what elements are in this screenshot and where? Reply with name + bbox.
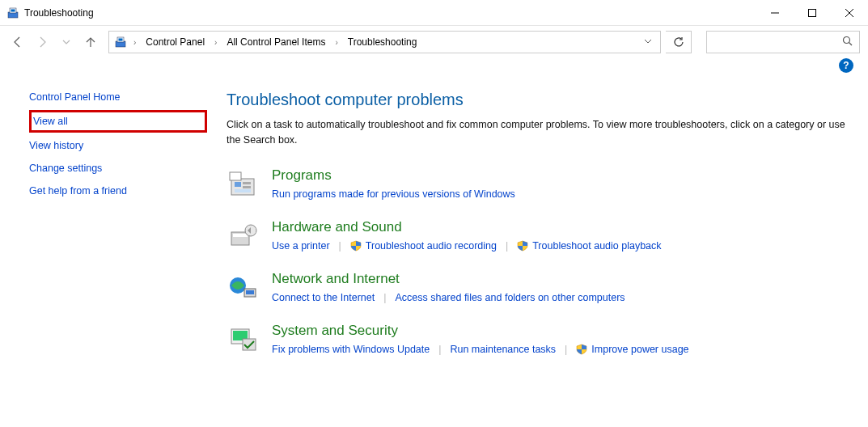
main-panel: Troubleshoot computer problems Click on … [207, 78, 846, 374]
shield-icon [576, 344, 587, 355]
help-row: ? [0, 58, 868, 78]
title-bar: Troubleshooting [0, 0, 868, 26]
category-title[interactable]: Network and Internet [272, 271, 846, 287]
breadcrumb-item[interactable]: Troubleshooting [345, 36, 421, 48]
nav-toolbar: › Control Panel › All Control Panel Item… [0, 26, 868, 58]
sidebar-get-help[interactable]: Get help from a friend [29, 180, 127, 202]
task-maintenance[interactable]: Run maintenance tasks [450, 344, 556, 355]
sidebar-view-history[interactable]: View history [29, 134, 83, 157]
hardware-icon [227, 219, 259, 252]
category-hardware: Hardware and Sound Use a printer | Troub… [227, 219, 846, 252]
help-icon[interactable]: ? [839, 58, 853, 73]
highlight-view-all: View all [29, 110, 207, 133]
svg-rect-4 [809, 9, 816, 16]
page-heading: Troubleshoot computer problems [227, 91, 846, 109]
chevron-right-icon: › [130, 38, 139, 47]
page-description: Click on a task to automatically trouble… [227, 117, 846, 148]
task-run-compat[interactable]: Run programs made for previous versions … [272, 188, 515, 200]
task-shared-files[interactable]: Access shared files and folders on other… [395, 292, 625, 303]
sidebar-cp-home[interactable]: Control Panel Home [29, 86, 121, 108]
svg-rect-18 [230, 172, 241, 180]
svg-line-12 [849, 43, 853, 46]
network-icon [227, 271, 259, 303]
search-icon[interactable] [842, 36, 853, 49]
task-sep: | [498, 240, 515, 252]
search-input[interactable] [713, 36, 842, 48]
window-title: Troubleshooting [24, 7, 756, 19]
category-title[interactable]: Hardware and Sound [272, 219, 846, 235]
svg-rect-14 [235, 182, 241, 187]
category-network: Network and Internet Connect to the Inte… [227, 271, 846, 303]
address-icon [114, 36, 127, 49]
shield-icon [517, 240, 528, 252]
category-system: System and Security Fix problems with Wi… [227, 323, 846, 355]
task-sep: | [557, 344, 574, 355]
svg-rect-20 [233, 234, 248, 237]
sidebar-view-all[interactable]: View all [33, 116, 68, 127]
sidebar-change-settings[interactable]: Change settings [29, 157, 102, 180]
breadcrumb-item[interactable]: All Control Panel Items [223, 36, 328, 48]
close-button[interactable] [831, 0, 868, 25]
up-button[interactable] [81, 32, 100, 52]
shield-icon [350, 240, 362, 252]
svg-rect-25 [246, 290, 254, 294]
chevron-right-icon: › [211, 38, 220, 47]
svg-rect-2 [11, 9, 15, 11]
task-sep: | [431, 344, 448, 355]
category-programs: Programs Run programs made for previous … [227, 167, 846, 200]
task-audio-playback[interactable]: Troubleshoot audio playback [532, 240, 661, 252]
svg-rect-16 [243, 186, 251, 188]
task-connect-internet[interactable]: Connect to the Internet [272, 292, 375, 303]
window-buttons [756, 0, 868, 25]
forward-button[interactable] [32, 32, 52, 52]
category-title[interactable]: Programs [272, 167, 846, 184]
task-use-printer[interactable]: Use a printer [272, 240, 330, 252]
content-area: Control Panel Home View all View history… [0, 78, 868, 374]
svg-rect-15 [243, 182, 251, 184]
task-sep: | [376, 292, 393, 303]
sidebar: Control Panel Home View all View history… [29, 78, 207, 374]
address-bar[interactable]: › Control Panel › All Control Panel Item… [108, 31, 661, 53]
task-sep: | [332, 240, 349, 252]
system-icon [227, 323, 259, 355]
category-title[interactable]: System and Security [272, 323, 846, 339]
svg-rect-17 [235, 189, 251, 192]
breadcrumb-item[interactable]: Control Panel [142, 36, 208, 48]
svg-rect-10 [119, 39, 123, 41]
app-icon [6, 6, 19, 19]
minimize-button[interactable] [756, 0, 794, 25]
refresh-button[interactable] [666, 31, 692, 53]
address-dropdown-icon[interactable] [641, 36, 655, 48]
maximize-button[interactable] [794, 0, 831, 25]
search-box[interactable] [706, 31, 860, 53]
task-audio-recording[interactable]: Troubleshoot audio recording [366, 240, 497, 252]
task-power-usage[interactable]: Improve power usage [591, 344, 688, 355]
back-button[interactable] [8, 32, 28, 52]
svg-point-11 [844, 37, 850, 44]
chevron-right-icon: › [332, 38, 341, 47]
programs-icon [227, 167, 259, 200]
recent-dropdown[interactable] [57, 32, 76, 52]
task-windows-update[interactable]: Fix problems with Windows Update [272, 344, 430, 355]
